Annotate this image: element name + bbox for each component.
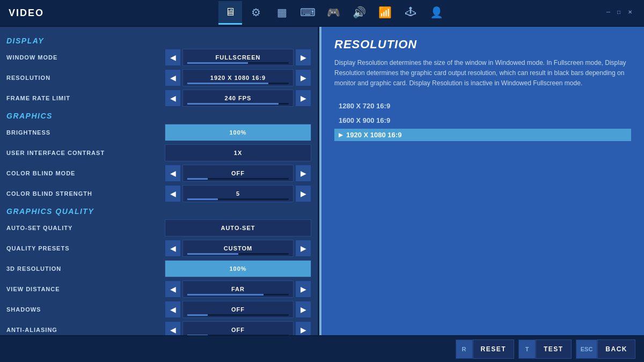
color-blind-mode-left[interactable]: ◀ xyxy=(165,165,181,182)
nav-gamepad[interactable]: 🕹 xyxy=(399,1,422,25)
top-bar: VIDEO 🖥 ⚙ ▦ ⌨ 🎮 🔊 📶 🕹 👤 ─ □ ✕ xyxy=(0,0,644,27)
color-blind-strength-right[interactable]: ▶ xyxy=(295,185,311,202)
window-mode-label: WINDOW MODE xyxy=(6,54,165,61)
quality-presets-left[interactable]: ◀ xyxy=(165,240,181,257)
view-distance-label: VIEW DISTANCE xyxy=(6,286,165,292)
frame-rate-label: FRAME RATE LIMIT xyxy=(6,95,165,101)
window-mode-control: ◀ FULLSCREEN ▶ xyxy=(165,49,311,66)
graphics-section-header: GRAPHICS xyxy=(6,112,311,120)
window-mode-right[interactable]: ▶ xyxy=(295,49,311,66)
view-distance-control: ◀ FAR ▶ xyxy=(165,280,311,298)
frame-rate-row: FRAME RATE LIMIT ◀ 240 FPS ▶ xyxy=(6,89,311,107)
window-mode-value: FULLSCREEN xyxy=(216,54,261,61)
quality-presets-value: CUSTOM xyxy=(224,245,252,252)
quality-presets-row: QUALITY PRESETS ◀ CUSTOM ▶ xyxy=(6,239,311,257)
quality-presets-value-box: CUSTOM xyxy=(182,240,294,257)
3d-resolution-value-box[interactable]: 100% xyxy=(165,260,311,277)
color-blind-strength-label: COLOR BLIND STRENGTH xyxy=(6,190,165,197)
brightness-value-box[interactable]: 100% xyxy=(165,124,311,141)
window-mode-left[interactable]: ◀ xyxy=(165,49,181,66)
resolution-label: RESOLUTION xyxy=(6,75,165,81)
resolution-1080p[interactable]: 1920 X 1080 16:9 xyxy=(334,129,631,141)
reset-key: R xyxy=(456,339,473,359)
test-label: TEST xyxy=(536,339,572,359)
window-mode-value-box: FULLSCREEN xyxy=(182,49,294,66)
view-distance-value-box: FAR xyxy=(182,280,294,298)
frame-rate-right[interactable]: ▶ xyxy=(295,90,311,107)
auto-set-quality-control: AUTO-SET xyxy=(165,219,311,237)
window-title: VIDEO xyxy=(9,8,44,19)
shadows-value-box: OFF xyxy=(182,301,294,318)
resolution-list: 1280 X 720 16:9 1600 X 900 16:9 1920 X 1… xyxy=(334,100,631,141)
nav-audio[interactable]: 🔊 xyxy=(347,1,371,25)
nav-display[interactable]: ▦ xyxy=(270,1,294,25)
frame-rate-left[interactable]: ◀ xyxy=(165,90,181,107)
color-blind-mode-control: ◀ OFF ▶ xyxy=(165,165,311,182)
quality-presets-right[interactable]: ▶ xyxy=(295,240,311,257)
color-blind-strength-value: 5 xyxy=(236,190,240,197)
info-panel: RESOLUTION Display Resolution determines… xyxy=(321,27,644,362)
close-button[interactable]: ✕ xyxy=(628,9,635,17)
resolution-right[interactable]: ▶ xyxy=(295,69,311,86)
ui-contrast-label: USER INTERFACE CONTRAST xyxy=(6,150,165,156)
bottom-bar: R RESET T TEST ESC BACK xyxy=(0,335,644,362)
window-mode-row: WINDOW MODE ◀ FULLSCREEN ▶ xyxy=(6,48,311,67)
brightness-label: BRIGHTNESS xyxy=(6,129,165,136)
quality-presets-control: ◀ CUSTOM ▶ xyxy=(165,240,311,257)
window-controls: ─ □ ✕ xyxy=(606,9,635,17)
restore-button[interactable]: □ xyxy=(617,9,625,17)
3d-resolution-row: 3D RESOLUTION 100% xyxy=(6,260,311,278)
view-distance-left[interactable]: ◀ xyxy=(165,280,181,298)
color-blind-mode-right[interactable]: ▶ xyxy=(295,165,311,182)
view-distance-right[interactable]: ▶ xyxy=(295,280,311,298)
nav-gear[interactable]: ⚙ xyxy=(244,1,268,25)
auto-set-quality-value-box[interactable]: AUTO-SET xyxy=(165,219,311,237)
frame-rate-control: ◀ 240 FPS ▶ xyxy=(165,90,311,107)
back-button[interactable]: ESC BACK xyxy=(576,339,635,359)
brightness-value: 100% xyxy=(229,129,246,136)
resolution-900p[interactable]: 1600 X 900 16:9 xyxy=(334,114,631,127)
minimize-button[interactable]: ─ xyxy=(606,9,614,17)
nav-controller[interactable]: 🎮 xyxy=(321,1,345,25)
resolution-720p[interactable]: 1280 X 720 16:9 xyxy=(334,100,631,112)
resolution-left[interactable]: ◀ xyxy=(165,69,181,86)
color-blind-strength-row: COLOR BLIND STRENGTH ◀ 5 ▶ xyxy=(6,184,311,203)
nav-video[interactable]: 🖥 xyxy=(218,1,242,25)
3d-resolution-control: 100% xyxy=(165,260,311,277)
resolution-value-box: 1920 X 1080 16:9 xyxy=(182,69,294,86)
reset-button[interactable]: R RESET xyxy=(456,339,515,359)
view-distance-value: FAR xyxy=(231,286,245,292)
shadows-left[interactable]: ◀ xyxy=(165,301,181,318)
ui-contrast-value: 1x xyxy=(234,150,242,156)
resolution-control: ◀ 1920 X 1080 16:9 ▶ xyxy=(165,69,311,86)
quality-presets-label: QUALITY PRESETS xyxy=(6,245,165,252)
brightness-row: BRIGHTNESS 100% xyxy=(6,123,311,142)
test-key: T xyxy=(518,339,536,359)
view-distance-row: VIEW DISTANCE ◀ FAR ▶ xyxy=(6,280,311,298)
back-key: ESC xyxy=(576,339,598,359)
color-blind-mode-row: COLOR BLIND MODE ◀ OFF ▶ xyxy=(6,164,311,182)
nav-network[interactable]: 📶 xyxy=(373,1,397,25)
settings-panel: DISPLAY WINDOW MODE ◀ FULLSCREEN ▶ RESOL… xyxy=(0,27,319,362)
3d-resolution-label: 3D RESOLUTION xyxy=(6,265,165,272)
ui-contrast-value-box[interactable]: 1x xyxy=(165,144,311,161)
anti-aliasing-label: ANTI-ALIASING xyxy=(6,327,165,333)
info-description: Display Resolution determines the size o… xyxy=(334,58,631,89)
3d-resolution-value: 100% xyxy=(229,265,246,272)
top-nav: 🖥 ⚙ ▦ ⌨ 🎮 🔊 📶 🕹 👤 xyxy=(60,1,606,25)
frame-rate-value: 240 FPS xyxy=(225,95,252,101)
resolution-value: 1920 X 1080 16:9 xyxy=(210,75,266,81)
auto-set-quality-row: AUTO-SET QUALITY AUTO-SET xyxy=(6,219,311,237)
auto-set-quality-label: AUTO-SET QUALITY xyxy=(6,225,165,231)
color-blind-strength-control: ◀ 5 ▶ xyxy=(165,185,311,202)
display-section-header: DISPLAY xyxy=(6,36,311,45)
nav-account[interactable]: 👤 xyxy=(425,1,448,25)
color-blind-mode-value: OFF xyxy=(231,170,245,176)
color-blind-strength-left[interactable]: ◀ xyxy=(165,185,181,202)
shadows-right[interactable]: ▶ xyxy=(295,301,311,318)
anti-aliasing-value: OFF xyxy=(231,327,245,333)
nav-keyboard[interactable]: ⌨ xyxy=(296,1,319,25)
test-button[interactable]: T TEST xyxy=(518,339,572,359)
color-blind-mode-value-box: OFF xyxy=(182,165,294,182)
main-content: DISPLAY WINDOW MODE ◀ FULLSCREEN ▶ RESOL… xyxy=(0,27,644,362)
